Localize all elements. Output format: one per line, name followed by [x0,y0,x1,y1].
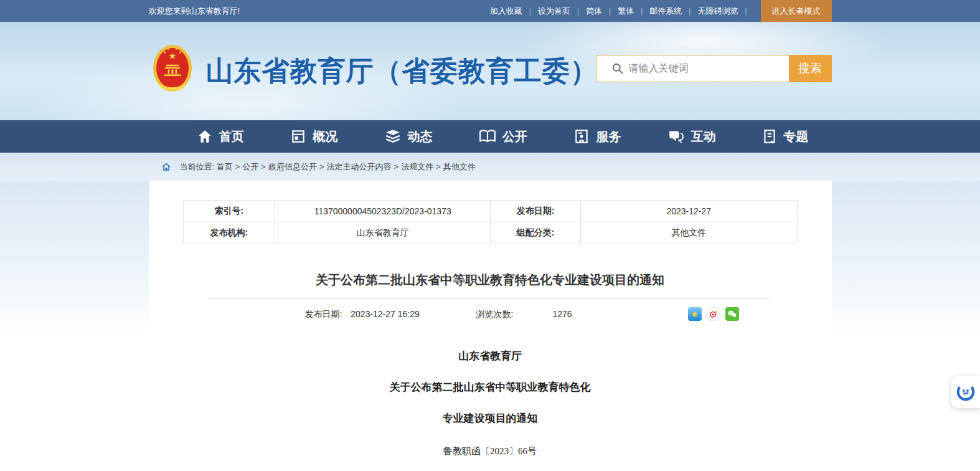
link-accessibility[interactable]: 无障碍浏览 [697,6,738,17]
article-meta-row: 发布日期: 2023-12-27 16:29 浏览次数: 1276 ★ [149,305,832,324]
meta-label-category: 组配分类: [491,222,581,244]
topbar-links: 加入收藏 | 设为首页 | 简体 | 繁体 | 邮件系统 | 无障碍浏览 | 进… [490,0,832,22]
document-number: 鲁教职函〔2023〕66号 [149,445,832,457]
separator: | [577,7,579,16]
top-utility-bar: 欢迎您来到山东省教育厅! 加入收藏 | 设为首页 | 简体 | 繁体 | 邮件系… [0,0,980,22]
table-row: 发布机构: 山东省教育厅 组配分类: 其他文件 [183,222,797,244]
wechat-share-icon[interactable] [725,307,739,321]
site-search: 搜索 [596,55,832,82]
breadcrumb-bar: 当前位置: 首页 > 公开 > 政府信息公开 > 法定主动公开内容 > 法规文件… [0,153,980,181]
meta-label-index: 索引号: [183,201,275,222]
separator: | [641,7,643,16]
floating-service-widget[interactable] [951,376,980,408]
share-buttons: ★ [688,307,739,321]
meta-value-pubdate: 2023-12-27 [580,201,797,222]
meta-label-agency: 发布机构: [183,222,275,244]
search-icon [611,62,624,75]
meta-value-index: 11370000004502323D/2023-01373 [275,201,491,222]
content-card: 索引号: 11370000004502323D/2023-01373 发布日期:… [149,181,832,471]
home-icon [197,128,213,145]
body-line: 山东省教育厅 [149,349,832,363]
elder-mode-button[interactable]: 进入长者模式 [761,0,832,22]
search-box [596,55,789,82]
link-simplified-chinese[interactable]: 简体 [586,6,602,17]
breadcrumb: 当前位置: 首页 > 公开 > 政府信息公开 > 法定主动公开内容 > 法规文件… [149,153,832,181]
nav-item-news[interactable]: 动态 [384,128,433,145]
interaction-icon [667,129,685,144]
document-meta-table: 索引号: 11370000004502323D/2023-01373 发布日期:… [183,200,798,244]
table-row: 索引号: 11370000004502323D/2023-01373 发布日期:… [183,201,797,222]
views-count: 1276 [553,309,572,319]
weibo-share-icon[interactable] [707,307,720,321]
link-traditional-chinese[interactable]: 繁体 [618,6,634,17]
body-line: 专业建设项目的通知 [149,411,832,426]
gov-service-icon [955,381,976,402]
main-background: 索引号: 11370000004502323D/2023-01373 发布日期:… [0,181,980,471]
breadcrumb-item-regulations[interactable]: 法规文件 [401,161,433,173]
meta-value-agency: 山东省教育厅 [275,222,491,244]
breadcrumb-item-home[interactable]: 首页 [217,161,233,173]
article-title: 关于公布第二批山东省中等职业教育特色化专业建设项目的通知 [149,272,832,288]
breadcrumb-home-icon[interactable] [161,162,171,172]
site-header: 山东省教育厅（省委教育工委） 搜索 [0,22,980,120]
breadcrumb-item-gov-info[interactable]: 政府信息公开 [268,161,317,173]
divider [211,298,769,299]
separator: | [529,7,531,16]
nav-item-services[interactable]: 服务 [573,128,621,145]
separator: | [689,7,690,16]
search-button[interactable]: 搜索 [789,55,832,82]
breadcrumb-item-disclosure[interactable]: 公开 [242,161,258,173]
search-input[interactable] [629,63,783,74]
nav-item-topics[interactable]: 专题 [762,128,808,145]
nav-item-home[interactable]: 首页 [197,128,244,145]
breadcrumb-item-other-docs[interactable]: 其他文件 [443,161,476,173]
news-icon [384,128,402,145]
link-set-homepage[interactable]: 设为首页 [538,6,570,17]
article-body: 山东省教育厅 关于公布第二批山东省中等职业教育特色化 专业建设项目的通知 鲁教职… [149,349,832,457]
breadcrumb-prefix: 当前位置: [180,161,215,173]
breadcrumb-item-statutory[interactable]: 法定主动公开内容 [327,161,392,173]
body-line: 关于公布第二批山东省中等职业教育特色化 [149,380,832,394]
meta-label-pubdate: 发布日期: [491,201,581,222]
national-emblem-logo [150,40,195,100]
topics-icon [762,128,777,145]
main-navigation: 首页 概况 动态 公开 服务 互动 [0,120,980,153]
service-icon [573,128,590,145]
page: 欢迎您来到山东省教育厅! 加入收藏 | 设为首页 | 简体 | 繁体 | 邮件系… [0,0,980,471]
overview-icon [290,128,306,145]
open-book-icon [479,129,496,144]
link-mail-system[interactable]: 邮件系统 [649,6,682,17]
welcome-text: 欢迎您来到山东省教育厅! [149,6,240,17]
site-title: 山东省教育厅（省委教育工委） [206,53,598,90]
link-add-favorite[interactable]: 加入收藏 [490,6,522,17]
nav-item-overview[interactable]: 概况 [290,128,337,145]
separator: | [609,7,611,16]
separator: | [745,7,747,16]
views-label: 浏览次数: [476,309,514,320]
publish-date: 发布日期: 2023-12-27 16:29 [305,309,420,320]
nav-item-interaction[interactable]: 互动 [667,128,716,145]
qzone-share-icon[interactable]: ★ [688,307,702,321]
meta-value-category: 其他文件 [580,222,797,244]
nav-item-disclosure[interactable]: 公开 [479,128,527,145]
